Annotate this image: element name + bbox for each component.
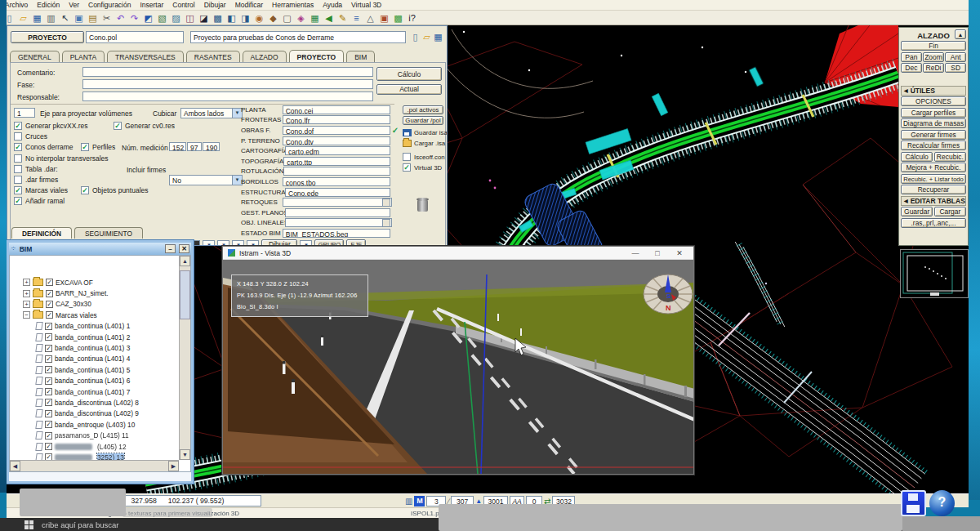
item-checkbox[interactable] — [45, 377, 52, 385]
expand-toggle-icon[interactable]: + — [23, 301, 30, 308]
fase-field[interactable] — [82, 79, 373, 89]
pol-activos-button[interactable]: .pol activos — [403, 105, 443, 114]
bim-item-row[interactable]: banda_continua (L401) 5 — [11, 364, 178, 375]
file-field-value[interactable] — [285, 208, 390, 217]
layer-select-6[interactable]: ▼ — [232, 240, 244, 247]
tab-seguimiento[interactable]: SEGUIMIENTO — [74, 227, 143, 239]
item-checkbox[interactable] — [45, 333, 52, 341]
file-field-value[interactable]: BIM_ESTADOS.beg — [283, 229, 390, 238]
cargar-isa-row[interactable]: Cargar .isa — [403, 140, 445, 147]
maximize-icon[interactable]: □ — [648, 249, 666, 257]
toolbar-icon[interactable]: ▤ — [87, 12, 99, 24]
toolbar-icon[interactable]: ◩ — [142, 12, 154, 24]
taskbar-search[interactable]: cribe aquí para buscar — [42, 520, 119, 529]
main-tab[interactable]: ALZADO — [243, 51, 287, 62]
main-tab[interactable]: PLANTA — [62, 51, 105, 62]
item-checkbox[interactable] — [45, 366, 52, 373]
recubic-button[interactable]: Recubic. — [934, 152, 966, 162]
help-button[interactable]: ? — [929, 490, 955, 516]
item-checkbox[interactable] — [45, 443, 52, 450]
item-checkbox[interactable] — [45, 323, 52, 330]
toolbar-icon[interactable]: ↷ — [128, 12, 140, 24]
bim-folder-row[interactable]: − Marcas viales — [11, 310, 178, 320]
file-field-value[interactable] — [283, 198, 392, 207]
cargar-tabla-button[interactable]: Cargar — [934, 207, 966, 216]
incluir-firmes-select[interactable]: No — [169, 175, 243, 185]
ant-button[interactable]: Ant — [945, 52, 966, 62]
toolbar-icon[interactable]: i? — [406, 12, 418, 24]
grupo-button[interactable]: GRUPO — [314, 239, 344, 246]
toolbar-icon[interactable]: ▦ — [309, 12, 321, 24]
bim-folder-row[interactable]: + BARR_NJ_simet. — [11, 288, 178, 298]
toolbar-icon[interactable]: ▨ — [170, 12, 182, 24]
calculo-button[interactable]: Cálculo — [376, 67, 442, 81]
item-checkbox[interactable] — [45, 399, 52, 406]
redi-button[interactable]: ReDi — [923, 63, 944, 73]
layer-select-8[interactable]: ▼ — [300, 240, 312, 247]
save-disk-button[interactable] — [901, 490, 926, 516]
recalcular-firmes-button[interactable]: Recalcular firmes — [901, 141, 966, 150]
dec-button[interactable]: Dec — [901, 63, 922, 73]
file-field-extra-button[interactable] — [382, 199, 390, 207]
menu-item[interactable]: Ver — [69, 1, 79, 9]
expand-toggle-icon[interactable]: + — [23, 290, 30, 297]
guardar-pol-button[interactable]: Guardar /pol — [403, 116, 443, 125]
toolbar-icon[interactable]: ▩ — [212, 12, 224, 24]
bim-item-row[interactable]: banda_discontinua (L402) 9 — [11, 408, 178, 419]
toolbar-icon[interactable]: ✎ — [336, 12, 349, 24]
scrollbar-thumb[interactable] — [180, 270, 190, 319]
no-interpolar-checkbox[interactable] — [14, 154, 22, 163]
bim-item-row[interactable]: banda_continua (L401) 3 — [11, 342, 178, 353]
bim-item-row[interactable]: banda_continua (L401) 6 — [11, 376, 178, 386]
item-checkbox[interactable] — [45, 421, 52, 428]
toolbar-icon[interactable]: ▦ — [31, 12, 43, 24]
file-field-value[interactable]: conos.tbo — [283, 177, 390, 186]
main-tab[interactable]: TRANSVERSALES — [107, 51, 184, 62]
toolbar-icon[interactable]: ◀ — [323, 12, 335, 24]
toolbar-icon[interactable]: ◫ — [184, 12, 196, 24]
expand-toggle-icon[interactable]: − — [23, 311, 30, 319]
dar-firmes-checkbox[interactable] — [14, 176, 22, 184]
bim-item-row[interactable]: (L405) 12 — [11, 441, 178, 452]
save-project-icon[interactable]: ▦ — [432, 31, 444, 42]
item-checkbox[interactable] — [45, 432, 52, 440]
bim-titlebar[interactable]: ⁘ BIM – ✕ — [9, 243, 191, 255]
diagrama-masas-button[interactable]: Diagrama de masas — [901, 118, 966, 128]
folder-checkbox[interactable] — [46, 279, 53, 286]
responsable-field[interactable] — [82, 91, 373, 101]
generar-pkcv-checkbox[interactable] — [14, 122, 22, 130]
menu-item[interactable]: Virtual 3D — [351, 1, 381, 9]
isceoff-checkbox[interactable] — [403, 153, 411, 161]
file-field-value[interactable]: carto.ttp — [283, 157, 390, 166]
new-project-icon[interactable]: ▯ — [409, 31, 421, 42]
toolbar-icon[interactable]: ▧ — [156, 12, 168, 24]
bim-item-row[interactable]: banda_continua (L401) 2 — [11, 332, 178, 342]
file-field-extra-button[interactable] — [382, 219, 390, 227]
file-field-value[interactable] — [283, 167, 390, 176]
collapse-up-icon[interactable]: ▲ — [955, 29, 966, 39]
horizontal-scrollbar[interactable]: ◀▶ — [10, 460, 179, 471]
close-icon[interactable]: ✕ — [179, 244, 189, 253]
toolbar-icon[interactable]: ◨ — [239, 12, 252, 24]
bim-folder-row[interactable]: + EXCAVA OF — [11, 277, 178, 288]
marcas-viales-checkbox[interactable] — [14, 186, 22, 194]
menu-item[interactable]: Modificar — [235, 1, 263, 9]
toolbar-icon[interactable]: ▱ — [17, 12, 29, 24]
vista3d-titlebar[interactable]: Istram - Vista 3D — □ ✕ — [223, 247, 693, 260]
generar-cv0-checkbox[interactable] — [114, 122, 122, 130]
item-checkbox[interactable] — [45, 345, 52, 352]
conos-derrame-checkbox[interactable] — [14, 143, 22, 151]
utiles-section[interactable]: ◀ÚTILES — [901, 86, 966, 96]
toolbar-icon[interactable]: ◧ — [225, 12, 238, 24]
vertical-scrollbar[interactable]: ▲ ▼ — [179, 256, 190, 460]
project-file-field[interactable]: Cono.pol — [86, 31, 184, 43]
file-field-value[interactable] — [285, 218, 392, 227]
main-tab[interactable]: BIM — [346, 51, 375, 62]
toolbar-icon[interactable]: ↖ — [59, 12, 71, 24]
menu-item[interactable]: Dibujar — [204, 1, 226, 9]
editar-tablas-section[interactable]: ◀EDITAR TABLAS — [901, 196, 966, 206]
bim-item-row[interactable]: banda_continua (L401) 4 — [11, 354, 178, 364]
dibujar-button[interactable]: Dibujar — [261, 239, 297, 246]
toolbar-icon[interactable]: ▥ — [45, 12, 57, 24]
num-medicion-3[interactable]: 190 — [203, 142, 220, 151]
